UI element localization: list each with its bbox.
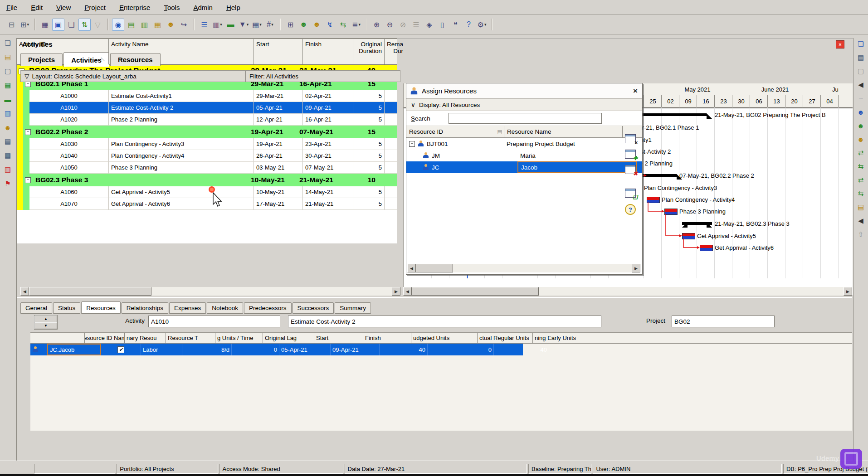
scroll-thumb[interactable] [412, 287, 539, 296]
scroll-thumb[interactable] [416, 264, 453, 272]
primary-resource-checkbox[interactable]: ✔ [117, 346, 124, 353]
toolbar-icon[interactable]: # [264, 19, 276, 31]
scroll-left-icon[interactable]: ◀ [403, 287, 412, 296]
menu-item[interactable]: Enterprise [119, 4, 150, 11]
toolbar-icon[interactable]: ▥ [138, 19, 151, 31]
toolbar-icon[interactable]: ⇆ [337, 19, 349, 31]
rail-icon[interactable]: ┈ [855, 93, 866, 103]
dialog-close-button[interactable]: × [633, 87, 638, 96]
grid-column-header[interactable]: ning Early Units [533, 333, 578, 343]
toolbar-icon[interactable]: ▼ [238, 19, 250, 31]
toolbar-icon[interactable]: ? [463, 19, 475, 31]
rail-icon[interactable]: ❏ [855, 39, 866, 49]
toolbar-icon[interactable]: ↪ [178, 19, 190, 31]
toolbar-icon[interactable]: ≣ [350, 19, 362, 31]
column-header-remaining-duration[interactable]: Rema Dur [385, 39, 405, 64]
activity-spinner[interactable]: ▲ ▼ [34, 315, 58, 330]
resource-assignment-row[interactable]: JC.Jacob ✔ Labor 8/d 0 05-Apr-21 09-Apr-… [30, 344, 523, 355]
grid-column-header[interactable]: udgeted Units [411, 333, 478, 343]
column-header-activity-name[interactable]: Activity Name [109, 39, 254, 64]
rail-icon[interactable]: ▥ [2, 108, 13, 118]
toolbar-icon[interactable]: ◈ [423, 19, 435, 31]
rail-icon[interactable]: ▢ [855, 66, 866, 76]
toolbar-icon[interactable]: ⊕ [371, 19, 383, 31]
scroll-left-icon[interactable]: ◀ [407, 264, 416, 272]
details-tab[interactable]: Notebook [207, 302, 243, 314]
rail-icon[interactable]: ◀ [855, 216, 866, 226]
toolbar-icon[interactable]: ⇅ [78, 19, 91, 31]
menu-item[interactable]: View [56, 4, 71, 11]
details-tab[interactable]: Resources [81, 301, 121, 314]
details-tab[interactable]: Relationships [122, 302, 168, 314]
menu-item[interactable]: Edit [31, 4, 43, 11]
toolbar-icon[interactable]: ▣ [52, 19, 64, 31]
collapse-icon[interactable]: − [25, 177, 31, 183]
display-bar[interactable]: ∨ Display: All Resources [406, 99, 642, 111]
timeline-month[interactable]: May 2021 [658, 83, 737, 96]
help-icon[interactable]: ? [625, 204, 636, 215]
scroll-right-icon[interactable]: ▶ [632, 264, 640, 272]
timeline-month[interactable]: June 2021 [737, 83, 814, 96]
rail-icon[interactable]: ▢ [2, 66, 13, 76]
toolbar-icon[interactable]: ▦ [251, 19, 263, 31]
collapse-icon[interactable]: − [25, 129, 31, 135]
column-header-activity-id[interactable]: Activity ID ◺ [17, 39, 109, 64]
details-tab[interactable]: General [20, 302, 52, 314]
scroll-thumb[interactable] [29, 287, 151, 296]
toolbar-icon[interactable]: ▦ [151, 19, 164, 31]
toolbar-icon[interactable]: ⊞ [284, 19, 297, 31]
timeline-month[interactable]: Ju [813, 83, 853, 96]
menu-item[interactable]: Project [84, 4, 106, 11]
rail-icon[interactable]: ▬ [2, 94, 13, 104]
toolbar-icon[interactable]: ☻ [297, 19, 310, 31]
grid-column-header[interactable]: g Units / Time [215, 333, 263, 343]
toolbar-icon[interactable]: ☰ [410, 19, 422, 31]
grid-column-header[interactable]: Start [314, 333, 363, 343]
toolbar-icon[interactable]: ⊟ [5, 19, 18, 31]
remove-assignment-icon[interactable]: ✖ [625, 165, 636, 174]
column-header-finish[interactable]: Finish [303, 39, 353, 64]
gantt-hscrollbar[interactable]: ◀ ▶ [403, 287, 852, 296]
rail-icon[interactable]: ◀ [855, 80, 866, 90]
rail-icon[interactable]: ▦ [2, 151, 13, 160]
rail-icon[interactable]: ☻ [855, 107, 866, 117]
menu-item[interactable]: Help [226, 4, 240, 11]
collapse-icon[interactable]: − [409, 141, 415, 147]
dialog-title-bar[interactable]: Assign Resources × [406, 83, 642, 99]
toolbar-icon[interactable]: ⊖ [384, 19, 396, 31]
activity-row-a1020[interactable]: A1020Phase 2 Planning12-Apr-2116-Apr-215 [17, 114, 397, 126]
rail-icon[interactable]: ▦ [2, 80, 13, 90]
close-assignment-icon[interactable]: × [625, 134, 636, 143]
toolbar-icon[interactable]: ❏ [65, 19, 78, 31]
toolbar-icon[interactable]: ☰ [198, 19, 210, 31]
toolbar-icon[interactable]: ↯ [324, 19, 336, 31]
search-input[interactable] [449, 113, 602, 124]
scroll-right-icon[interactable]: ▶ [844, 287, 852, 296]
close-window-button[interactable]: × [836, 40, 844, 49]
toolbar-icon[interactable]: ⚙ [476, 19, 488, 31]
details-tab[interactable]: Summary [335, 302, 371, 314]
grid-column-header[interactable]: Finish [363, 333, 411, 343]
rail-icon[interactable]: ⇆ [855, 161, 866, 171]
rail-icon[interactable]: ▤ [855, 202, 866, 212]
rail-icon[interactable]: ⇄ [855, 175, 866, 185]
rail-icon[interactable]: ⇄ [855, 148, 866, 158]
dialog-hscrollbar[interactable]: ◀ ▶ [407, 264, 640, 272]
table-hscrollbar[interactable]: ◀ ▶ [20, 287, 400, 296]
rail-icon[interactable]: ☻ [855, 134, 866, 144]
toolbar-icon[interactable]: ◉ [112, 19, 124, 31]
rail-icon[interactable]: ❏ [2, 38, 13, 48]
toolbar-icon[interactable]: ☻ [311, 19, 323, 31]
rail-icon[interactable]: ▤ [855, 53, 866, 63]
wbs-row-bg02-2[interactable]: −BG02.2 Phase 2 19-Apr-2107-May-2115 [17, 126, 397, 138]
activity-name-field[interactable]: Estimate Cost-Activity 2 [288, 316, 601, 327]
details-tab[interactable]: Status [53, 302, 80, 314]
toolbar-icon[interactable]: ❝ [449, 19, 462, 31]
toolbar-icon[interactable]: ▽ [92, 19, 104, 31]
menu-item[interactable]: File [6, 4, 17, 11]
details-tab[interactable]: Successors [293, 302, 334, 314]
activity-row-a1010-selected[interactable]: A1010Estimate Cost-Activity 205-Apr-2109… [17, 102, 397, 114]
toolbar-icon[interactable]: ▯ [436, 19, 449, 31]
grid-column-header[interactable] [30, 333, 85, 343]
toolbar-icon[interactable]: ▬ [224, 19, 237, 31]
